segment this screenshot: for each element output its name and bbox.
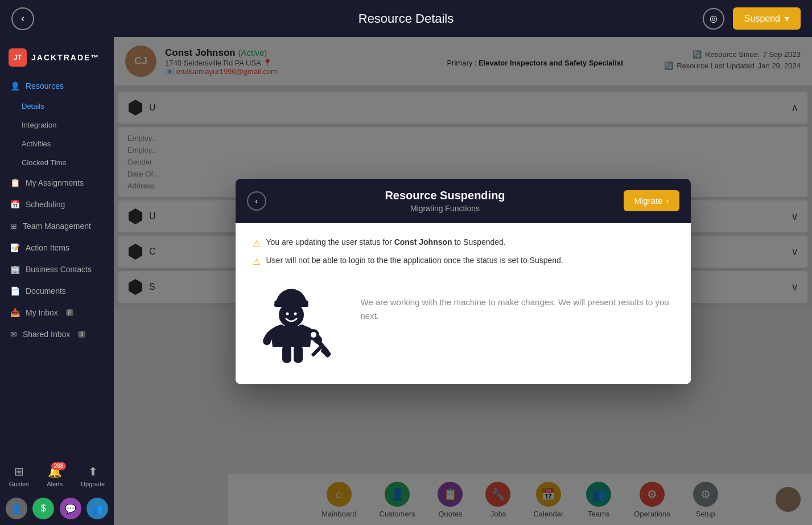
compass-icon[interactable]: ◎ [703,8,724,30]
worker-illustration [253,278,344,370]
chat-icon-button[interactable]: 💬 [60,498,81,519]
top-back-button[interactable]: ‹ [11,7,34,30]
svg-point-4 [294,312,296,315]
sidebar-item-shared-inbox[interactable]: ✉ Shared Inbox β [0,323,114,345]
modal-message: We are working with the machine to make … [361,278,674,323]
sidebar-item-scheduling[interactable]: 📅 Scheduling [0,194,114,215]
resources-icon: 👤 [10,81,20,91]
sidebar-item-team-management[interactable]: ⊞ Team Management [0,215,114,237]
top-bar-right: ◎ Suspend ▾ [703,7,801,30]
guides-button[interactable]: ⊞ Guides [9,465,29,487]
team-management-icon: ⊞ [10,222,17,231]
modal-title: Resource Suspending [266,189,624,202]
sidebar-item-action-items[interactable]: 📝 Action Items [0,237,114,259]
svg-rect-7 [311,346,322,357]
sidebar-item-my-inbox[interactable]: 📥 My Inbox β [0,302,114,323]
modal-header-text: Resource Suspending Migrating Functions [266,189,624,213]
modal-overlay: ‹ Resource Suspending Migrating Function… [114,37,812,525]
alerts-badge: 268 [51,462,67,470]
upgrade-button[interactable]: ⬆ Upgrade [81,465,105,487]
warning-row-2: ⚠ User will not be able to login to the … [253,256,674,267]
business-contacts-icon: 🏢 [10,265,20,274]
modal-header: ‹ Resource Suspending Migrating Function… [236,179,691,223]
suspend-button[interactable]: Suspend ▾ [733,7,801,30]
modal-subtitle: Migrating Functions [266,204,624,213]
page-title: Resource Details [358,11,454,26]
svg-rect-9 [282,346,291,363]
sidebar-subitem-integration[interactable]: Integration [0,116,114,134]
svg-rect-10 [294,346,303,363]
warning-icon-1: ⚠ [253,238,261,249]
shared-inbox-beta: β [78,331,85,338]
group-icon-button[interactable]: 👥 [86,498,108,519]
action-items-icon: 📝 [10,243,20,252]
my-inbox-icon: 📥 [10,308,20,317]
warning-row-1: ⚠ You are updating the user status for C… [253,237,674,249]
scheduling-icon: 📅 [10,200,20,209]
sidebar-item-documents[interactable]: 📄 Documents [0,280,114,302]
sidebar: JT JACKTRADE™ 👤 Resources Details Integr… [0,37,114,525]
main-layout: JT JACKTRADE™ 👤 Resources Details Integr… [0,37,812,525]
content-area: CJ Const Johnson (Active) 1740 Seidersvi… [114,37,812,525]
guides-icon: ⊞ [14,465,24,478]
migrate-button[interactable]: Migrate › [624,190,679,211]
sidebar-subitem-clocked-time[interactable]: Clocked Time [0,153,114,172]
logo-icon: JT [9,48,27,67]
alerts-button[interactable]: 🔔 268 Alerts [47,465,63,487]
sidebar-item-business-contacts[interactable]: 🏢 Business Contacts [0,259,114,280]
sidebar-bottom-icons: 👤 $ 💬 👥 [0,492,114,525]
sidebar-logo: JT JACKTRADE™ [0,43,114,75]
sidebar-item-my-assignments[interactable]: 📋 My Assignments [0,172,114,194]
svg-point-2 [279,302,304,327]
svg-point-6 [311,332,316,338]
sidebar-subitem-activities[interactable]: Activities [0,134,114,153]
sidebar-bottom-nav: ⊞ Guides 🔔 268 Alerts ⬆ Upgrade [0,460,114,492]
my-assignments-icon: 📋 [10,178,20,187]
modal-body: ⚠ You are updating the user status for C… [236,223,691,384]
documents-icon: 📄 [10,286,20,296]
modal-back-button[interactable]: ‹ [247,191,266,211]
sidebar-item-resources[interactable]: 👤 Resources [0,75,114,97]
person-icon-button[interactable]: 👤 [6,498,27,519]
my-inbox-beta: β [66,309,73,316]
sidebar-subitem-details[interactable]: Details [0,97,114,116]
shared-inbox-icon: ✉ [10,330,17,339]
resource-suspending-modal: ‹ Resource Suspending Migrating Function… [236,179,691,384]
modal-content-area: We are working with the machine to make … [253,278,674,370]
warning-icon-2: ⚠ [253,256,261,267]
dollar-icon-button[interactable]: $ [32,498,54,519]
svg-point-3 [286,312,288,315]
top-bar: ‹ Resource Details ◎ Suspend ▾ [0,0,812,37]
logo-text: JACKTRADE™ [31,53,100,62]
upgrade-icon: ⬆ [88,465,98,478]
